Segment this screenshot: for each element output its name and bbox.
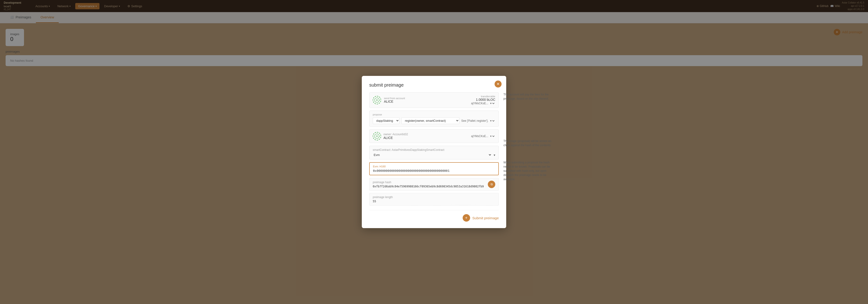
length-value: 55 xyxy=(373,200,495,203)
submit-preimage-button[interactable]: + Submit preimage xyxy=(463,214,499,222)
account-address: ajYMsCKsE... ▾ xyxy=(471,101,495,105)
smart-contract-row: smartContract: AstarPrimitivesDappStakin… xyxy=(369,146,499,160)
modal-overlay[interactable]: submit preimage × send from account ALIC… xyxy=(0,0,868,304)
owner-label: owner: AccountId32 xyxy=(383,133,469,136)
side-note-account: This account will pay the fees for the p… xyxy=(503,92,555,101)
owner-name: ALICE xyxy=(383,136,469,140)
send-from-label: send from account xyxy=(384,97,468,100)
length-label: preimage length xyxy=(373,196,495,199)
sc-label: smartContract: AstarPrimitivesDappStakin… xyxy=(373,148,495,151)
preimage-hash-row: preimage hash 0xfb7f2d6ab9c04e7596998816… xyxy=(369,178,499,191)
pallet-select[interactable]: dappStaking xyxy=(373,117,400,124)
account-balance-section: transferrable 1.0000 bLOC ajYMsCKsE... ▾ xyxy=(471,95,495,105)
hash-label: preimage hash xyxy=(373,181,488,184)
chevron-down-icon: ▾ xyxy=(494,153,495,157)
modal-close-button[interactable]: × xyxy=(495,80,501,88)
modal-footer: + Submit preimage xyxy=(369,210,499,222)
propose-row: propose dappStaking register(owner, smar… xyxy=(369,110,499,127)
account-address-select[interactable]: ▾ xyxy=(489,101,495,105)
preimage-length-row: preimage length 55 xyxy=(369,193,499,206)
modal-title: submit preimage xyxy=(369,82,499,88)
svg-point-3 xyxy=(376,135,378,137)
propose-label: propose xyxy=(373,113,495,116)
owner-address-select[interactable]: ▾ xyxy=(489,134,495,138)
see-link: See ['Pallet::register']. ▾ xyxy=(461,119,495,123)
avatar xyxy=(373,96,381,104)
method-select[interactable]: register(owner, smartContract) xyxy=(401,117,459,124)
copy-hash-button[interactable]: ⧉ xyxy=(488,181,495,188)
side-note-storage: The image (proposal) will be stored on-c… xyxy=(503,139,555,147)
account-balance: 1.0000 bLOC xyxy=(471,98,495,101)
sc-type-select[interactable]: Evm xyxy=(373,153,492,157)
evm-label: Evm: H160 xyxy=(373,165,495,168)
account-name: ALICE xyxy=(384,100,468,103)
see-select[interactable]: ▾ xyxy=(489,119,495,123)
hash-value: 0xfb7f2d6ab9c04e75969988166cf09365eb9c8d… xyxy=(373,185,488,188)
svg-point-1 xyxy=(376,99,378,101)
owner-row: owner: AccountId32 ALICE ajYMsCKsE... ▾ xyxy=(369,129,499,143)
account-row: send from account ALICE transferrable 1.… xyxy=(369,92,499,108)
side-note-hash: When submitting a proposal the hash need… xyxy=(503,160,555,181)
submit-preimage-modal: submit preimage × send from account ALIC… xyxy=(362,76,506,228)
submit-icon: + xyxy=(463,214,470,222)
copy-icon: ⧉ xyxy=(491,182,493,186)
account-info: send from account ALICE xyxy=(384,97,468,103)
transferrable-label: transferrable xyxy=(471,95,495,98)
evm-input-box: Evm: H160 xyxy=(369,162,499,175)
owner-avatar xyxy=(373,132,381,140)
evm-input[interactable] xyxy=(373,169,495,172)
owner-address: ajYMsCKsE... ▾ xyxy=(471,134,495,138)
